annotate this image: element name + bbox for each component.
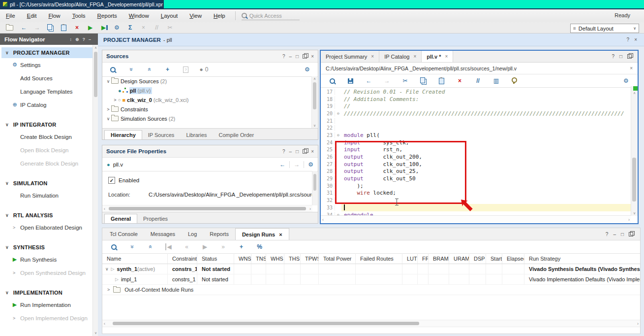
editor-quick-fix-button[interactable]: [508, 76, 521, 85]
runs-collapse-all-button[interactable]: «: [125, 242, 139, 251]
editor-save-button[interactable]: [344, 76, 357, 85]
runs-step-back-button[interactable]: «: [180, 242, 193, 251]
column-header-ff[interactable]: FF: [418, 253, 429, 264]
runs-reset-runs-button[interactable]: ◀: [162, 242, 175, 251]
bottom-tab-design-runs[interactable]: Design Runs×: [235, 228, 289, 240]
close-icon[interactable]: ×: [413, 54, 416, 59]
flow-item-generate-block-design[interactable]: Generate Block Design: [1, 157, 92, 170]
sources-tab-ip-sources[interactable]: IP Sources: [142, 131, 181, 139]
code-line-33[interactable]: 33: [321, 204, 631, 211]
back-icon[interactable]: ←: [279, 161, 285, 168]
scroll-right-icon[interactable]: ›: [308, 206, 312, 211]
scroll-down-icon[interactable]: ∨: [631, 211, 638, 215]
minimize-icon[interactable]: –: [289, 149, 292, 154]
chevron-right-icon[interactable]: >: [107, 287, 110, 292]
toolbar-undo-button[interactable]: ←: [17, 23, 31, 32]
flow-item-ip-catalog[interactable]: ⊕IP Catalog: [1, 98, 92, 111]
design-runs-hscrollbar[interactable]: ‹ ›: [102, 320, 640, 327]
runs-create-runs-button[interactable]: +: [235, 242, 248, 251]
editor-settings-button[interactable]: ⚙: [619, 76, 633, 85]
flow-section-header-implementation[interactable]: ∨IMPLEMENTATION: [1, 287, 92, 298]
toolbar-step-button[interactable]: ▶: [97, 23, 110, 32]
code-line-17[interactable]: 17// Revision 0.01 - File Created: [321, 88, 631, 96]
menu-edit[interactable]: Edit: [21, 10, 43, 22]
maximize-icon[interactable]: □: [621, 232, 624, 237]
editor-toggle-comment-button[interactable]: //: [471, 76, 485, 85]
code-line-18[interactable]: 18// Additional Comments:: [321, 96, 631, 103]
run-row-impl-1[interactable]: ▷impl_1constrs_1Not startedVivado Implem…: [102, 274, 640, 285]
dock-icon[interactable]: ↕: [69, 37, 72, 42]
editor-hscrollbar[interactable]: ‹ ›: [321, 215, 631, 223]
enabled-checkbox[interactable]: ✓: [108, 177, 115, 184]
tree-item-constraints[interactable]: >Constraints: [102, 104, 312, 114]
column-header-constraints[interactable]: Constraints: [168, 253, 197, 264]
flow-section-header-ip-integrator[interactable]: ∨IP INTEGRATOR: [1, 119, 92, 130]
close-icon[interactable]: ×: [279, 232, 282, 237]
code-line-23[interactable]: 23⊖module pll(: [321, 132, 631, 139]
bottom-tab-log[interactable]: Log: [182, 228, 203, 240]
tree-item-simulation-sources[interactable]: ∨Simulation Sources (2): [102, 114, 312, 123]
minimize-icon[interactable]: –: [89, 37, 91, 42]
help-icon[interactable]: ?: [612, 54, 614, 59]
layout-selector[interactable]: ≡ Default Layout ∨: [570, 24, 639, 33]
tree-item-design-sources[interactable]: ∨Design Sources (2): [102, 76, 312, 86]
editor-copy-button[interactable]: [417, 76, 430, 85]
scroll-up-icon[interactable]: ∧: [631, 91, 638, 95]
editor-toggle-columns-button[interactable]: ▥: [490, 76, 503, 85]
runs-percent-button[interactable]: %: [253, 242, 266, 251]
scroll-right-icon[interactable]: ›: [636, 321, 640, 326]
flow-item-add-sources[interactable]: Add Sources: [1, 71, 92, 85]
scroll-left-icon[interactable]: ‹: [321, 217, 325, 222]
editor-delete-button[interactable]: ×: [453, 76, 466, 85]
pin-icon[interactable]: ⊕: [75, 37, 79, 42]
flow-section-header-simulation[interactable]: ∨SIMULATION: [1, 178, 92, 189]
scrollbar-thumb[interactable]: [113, 322, 419, 325]
code-line-19[interactable]: 19//: [321, 102, 631, 110]
bottom-tab-reports[interactable]: Reports: [203, 228, 235, 240]
toolbar-redo-button[interactable]: →: [31, 23, 44, 32]
flow-item-run-simulation[interactable]: Run Simulation: [1, 189, 92, 202]
code-line-22[interactable]: 22: [321, 124, 631, 132]
flow-item-run-implementation[interactable]: ▶Run Implementation: [1, 298, 92, 311]
group-row-out-of-context[interactable]: >Out-of-Context Module Runs: [102, 285, 640, 295]
sources-settings-button[interactable]: ⚙: [301, 65, 314, 74]
code-line-24[interactable]: 24input sys_clk,: [321, 139, 631, 146]
properties-tab-properties[interactable]: Properties: [137, 214, 174, 223]
quick-access-search[interactable]: Quick Access: [242, 11, 300, 20]
column-header-run-strategy[interactable]: Run Strategy: [524, 253, 640, 264]
editor-tab-project-summary[interactable]: Project Summary×: [321, 51, 379, 62]
runs-step-forward-button[interactable]: »: [216, 242, 230, 251]
help-icon[interactable]: ?: [282, 54, 285, 59]
float-icon[interactable]: [627, 54, 632, 59]
editor-find-button[interactable]: [326, 76, 339, 85]
code-line-29[interactable]: 29output clk_out_50: [321, 175, 631, 182]
expand-triangle-icon[interactable]: ▷: [115, 277, 119, 282]
forward-icon[interactable]: →: [294, 161, 300, 168]
runs-find-button[interactable]: [107, 242, 121, 251]
flow-section-header-project-manager[interactable]: ∨PROJECT MANAGER: [1, 47, 92, 58]
column-header-elapsed[interactable]: Elapsed: [502, 253, 524, 264]
sources-collapse-all-button[interactable]: «: [124, 65, 138, 74]
properties-hscrollbar[interactable]: ‹ ›: [102, 205, 312, 212]
maximize-icon[interactable]: □: [619, 54, 622, 59]
sources-add-sources-button[interactable]: +: [161, 65, 174, 74]
properties-scrollbar[interactable]: [312, 171, 317, 205]
column-header-wns[interactable]: WNS: [234, 253, 251, 264]
tree-item-clk-wiz-0[interactable]: >○■clk_wiz_0 (clk_wiz_0.xci): [102, 95, 312, 104]
close-icon[interactable]: ×: [371, 54, 374, 59]
scrollbar-thumb[interactable]: [632, 158, 636, 202]
toolbar-paste-button[interactable]: [57, 23, 70, 32]
code-line-26[interactable]: 26output clk_out_200,: [321, 153, 631, 161]
code-line-30[interactable]: 30 );: [321, 182, 631, 190]
sources-tab-hierarchy[interactable]: Hierarchy: [104, 130, 142, 139]
menu-help[interactable]: Help: [208, 10, 231, 22]
scroll-down-icon[interactable]: ∨: [93, 331, 98, 335]
run-row-synth-1[interactable]: ∨▷synth_1 (active)constrs_1Not startedVi…: [102, 264, 640, 274]
chevron-right-icon[interactable]: >: [112, 98, 118, 102]
flow-item-open-elaborated-design[interactable]: >Open Elaborated Design: [1, 221, 92, 234]
menu-flow[interactable]: Flow: [42, 10, 66, 22]
editor-redo-button[interactable]: →: [380, 76, 394, 85]
help-icon[interactable]: ?: [282, 149, 285, 154]
sources-expand-all-button[interactable]: »: [143, 65, 156, 74]
expand-triangle-icon[interactable]: ▷: [111, 267, 115, 271]
